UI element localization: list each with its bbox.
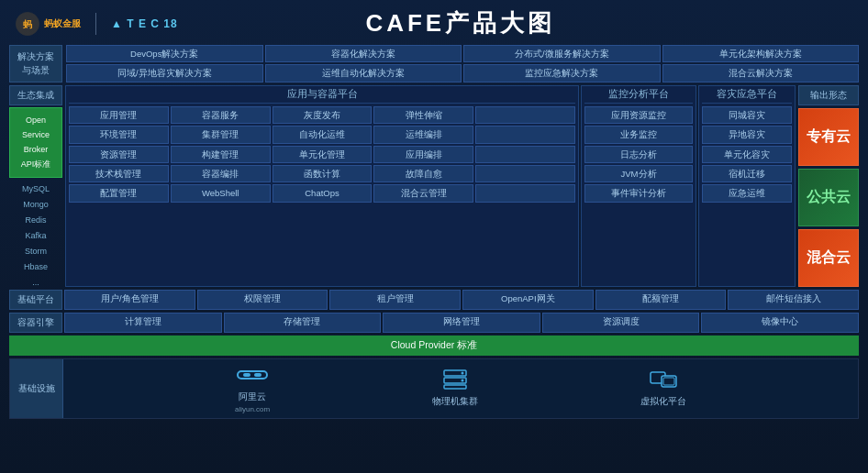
base-platform-row: 基础平台 用户/角色管理 权限管理 租户管理 OpenAPI网关 配额管理 邮件… [9,290,859,310]
monitor-platform: 监控分析平台 应用资源监控 业务监控 日志分析 JVM分析 事件审计分析 [581,85,696,287]
base-item: 用户/角色管理 [64,290,195,310]
physical-icon [439,368,472,393]
svg-point-8 [462,372,464,375]
base-platform-items: 用户/角色管理 权限管理 租户管理 OpenAPI网关 配额管理 邮件短信接入 [64,290,859,310]
svg-point-9 [462,380,464,382]
ap-cell: 单元化管理 [273,146,373,163]
ap-cell: WebShell [171,184,271,202]
ap-cell: 自动化运维 [273,126,373,143]
container-item: 网络管理 [383,313,540,333]
infra-physical: 物理机集群 [432,368,478,408]
container-item: 资源调度 [542,313,700,333]
ap-cell: 环境管理 [69,126,169,143]
svg-rect-4 [254,373,262,377]
logo-divider [95,13,96,35]
open-service-box: Open Service Broker API标准 [9,107,62,178]
solutions-row: 解决方案与场景 DevOps解决方案 容器化解决方案 分布式/微服务解决方案 单… [9,45,859,82]
base-item: 配额管理 [595,290,727,310]
infra-aliyun: 阿里云 aliyun.com [235,364,270,413]
center-block: 应用与容器平台 应用管理 容器服务 灰度发布 弹性伸缩 环境管理 集群管理 自动… [65,85,796,287]
monitor-cell: 日志分析 [584,146,693,163]
svg-rect-3 [243,373,250,377]
container-item: 镜像中心 [701,313,859,333]
solutions-label: 解决方案与场景 [9,45,62,82]
ap-cell: 构建管理 [171,146,271,163]
ap-cell: 配置管理 [69,184,169,202]
app-platform-block: 应用与容器平台 应用管理 容器服务 灰度发布 弹性伸缩 环境管理 集群管理 自动… [65,85,796,287]
sol-item: 混合云解决方案 [662,64,860,82]
ap-cell: 故障自愈 [373,165,473,182]
tech-items: MySQL Mongo Redis Kafka Storm Hbase ... [9,180,62,293]
logo-area: 蚂 蚂蚁金服 ▲ T E C 18 [15,11,178,37]
aliyun-sub: aliyun.com [235,405,270,413]
container-items: 计算管理 存储管理 网络管理 资源调度 镜像中心 [64,313,859,333]
base-platform-label: 基础平台 [9,290,62,310]
disaster-cell: 宿机迁移 [702,165,792,182]
monitor-grid: 应用资源监控 业务监控 日志分析 JVM分析 事件审计分析 [584,106,693,203]
ap-cell: 弹性伸缩 [373,106,473,124]
disaster-title: 容灾应急平台 [702,88,792,104]
base-item: 租户管理 [329,290,461,310]
ap-cell: 技术栈管理 [69,165,169,182]
ap-cell [475,165,575,182]
monitor-cell: 业务监控 [584,126,693,143]
monitor-cell: 应用资源监控 [584,106,693,124]
container-label: 容器引擎 [9,313,62,333]
ap-cell: 资源管理 [69,146,169,163]
monitor-cell: JVM分析 [584,165,693,182]
ant-logo: 蚂 蚂蚁金服 [15,11,81,37]
main-row: 生态集成 Open Service Broker API标准 MySQL Mon… [9,85,859,287]
output-column: 输出形态 专有云 公共云 混合云 [798,85,859,287]
app-platform: 应用与容器平台 应用管理 容器服务 灰度发布 弹性伸缩 环境管理 集群管理 自动… [65,85,579,287]
sol-item: 同域/异地容灾解决方案 [66,64,263,82]
container-item: 存储管理 [224,313,382,333]
sol-item: 监控应急解决方案 [463,64,661,82]
svg-rect-7 [444,385,466,389]
cloud-provider-bar: Cloud Provider 标准 [9,336,859,356]
infra-content: 阿里云 aliyun.com 物理机集群 [63,359,858,418]
ap-cell [475,106,575,124]
eco-label: 生态集成 [9,85,62,105]
ap-cell [475,146,575,163]
disaster-cell: 异地容灾 [702,126,792,143]
ap-cell: 函数计算 [273,165,373,182]
app-platform-grid: 应用管理 容器服务 灰度发布 弹性伸缩 环境管理 集群管理 自动化运维 运维编排… [69,106,575,203]
svg-text:蚂: 蚂 [23,19,32,29]
ap-cell: ChatOps [273,184,373,202]
virtual-label: 虚拟化平台 [640,395,686,408]
aliyun-label: 阿里云 [239,390,266,403]
sol-item: 分布式/微服务解决方案 [463,45,661,62]
ap-cell: 混合云管理 [373,184,473,202]
ap-cell [475,184,575,202]
sol-item: 运维自动化解决方案 [265,64,462,82]
output-label: 输出形态 [798,85,859,105]
disaster-cell: 单元化容灾 [702,146,792,163]
ap-cell: 应用编排 [373,146,473,163]
output-public: 公共云 [798,169,859,226]
ap-cell: 容器编排 [171,165,271,182]
main-container: 蚂 蚂蚁金服 ▲ T E C 18 CAFE产品大图 解决方案与场景 DevOp… [0,0,868,473]
ap-cell: 集群管理 [171,126,271,143]
physical-label: 物理机集群 [432,395,478,408]
virtual-icon [647,368,680,393]
ap-cell: 容器服务 [171,106,271,124]
aliyun-icon [236,364,269,389]
disaster-cell: 同城容灾 [702,106,792,124]
container-row: 容器引擎 计算管理 存储管理 网络管理 资源调度 镜像中心 [9,313,859,333]
output-private: 专有云 [798,108,859,166]
infra-virtual: 虚拟化平台 [640,368,686,408]
infra-label: 基础设施 [10,359,63,418]
output-hybrid: 混合云 [798,229,859,287]
monitor-title: 监控分析平台 [584,88,693,104]
header: 蚂 蚂蚁金服 ▲ T E C 18 CAFE产品大图 [0,0,868,43]
ap-cell: 运维编排 [373,126,473,143]
sol-item: 容器化解决方案 [265,45,462,62]
eco-section: 生态集成 Open Service Broker API标准 MySQL Mon… [9,85,62,287]
disaster-cell: 应急运维 [702,184,792,202]
sol-item: DevOps解决方案 [66,45,263,62]
atec-logo: ▲ T E C 18 [111,17,178,30]
disaster-grid: 同城容灾 异地容灾 单元化容灾 宿机迁移 应急运维 [702,106,792,203]
base-item: 邮件短信接入 [728,290,859,310]
page-title: CAFE产品大图 [178,7,743,39]
ap-cell: 灰度发布 [273,106,373,124]
